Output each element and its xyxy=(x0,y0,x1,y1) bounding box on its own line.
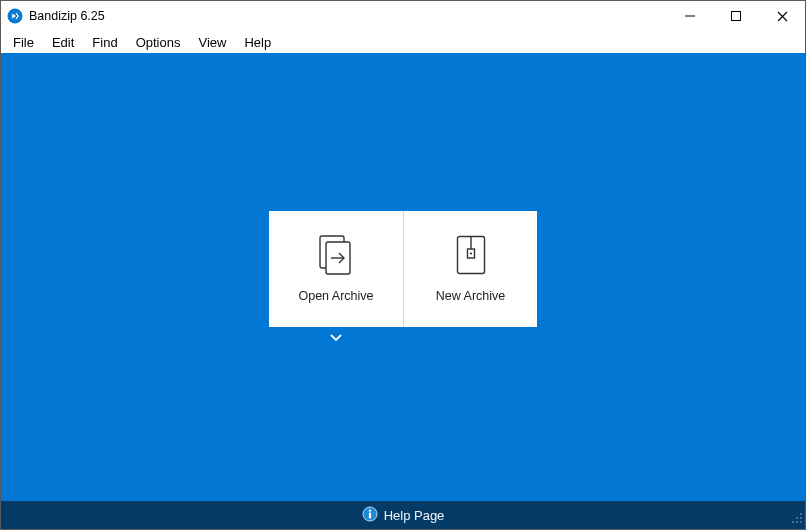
window-controls xyxy=(667,1,805,31)
minimize-button[interactable] xyxy=(667,1,713,31)
maximize-button[interactable] xyxy=(713,1,759,31)
menu-help[interactable]: Help xyxy=(236,33,279,52)
menu-edit[interactable]: Edit xyxy=(44,33,82,52)
resize-grip-icon[interactable] xyxy=(791,512,803,527)
svg-rect-2 xyxy=(732,12,741,21)
titlebar: Bandizip 6.25 xyxy=(1,1,805,31)
svg-point-16 xyxy=(796,517,798,519)
svg-rect-14 xyxy=(369,512,371,518)
menu-find[interactable]: Find xyxy=(84,33,125,52)
action-cards: Open Archive New Archive xyxy=(269,211,537,327)
svg-point-13 xyxy=(368,509,370,511)
help-page-label: Help Page xyxy=(384,508,445,523)
new-archive-icon xyxy=(456,235,486,275)
open-archive-label: Open Archive xyxy=(298,289,373,303)
open-archive-dropdown[interactable] xyxy=(269,333,403,343)
svg-point-18 xyxy=(792,521,794,523)
content-area: Open Archive New Archive xyxy=(1,53,805,501)
app-title: Bandizip 6.25 xyxy=(29,9,105,23)
info-icon xyxy=(362,506,378,525)
chevron-down-icon xyxy=(329,333,343,343)
statusbar: Help Page xyxy=(1,501,805,529)
menu-options[interactable]: Options xyxy=(128,33,189,52)
svg-point-20 xyxy=(800,521,802,523)
close-button[interactable] xyxy=(759,1,805,31)
open-archive-button[interactable]: Open Archive xyxy=(269,211,403,327)
svg-point-11 xyxy=(469,252,471,254)
menubar: File Edit Find Options View Help xyxy=(1,31,805,53)
new-archive-label: New Archive xyxy=(436,289,505,303)
svg-point-19 xyxy=(796,521,798,523)
app-icon xyxy=(7,8,23,24)
svg-point-17 xyxy=(800,517,802,519)
cards-wrap: Open Archive New Archive xyxy=(269,211,537,343)
svg-point-15 xyxy=(800,513,802,515)
new-archive-button[interactable]: New Archive xyxy=(403,211,537,327)
help-page-link[interactable]: Help Page xyxy=(362,506,445,525)
app-window: Bandizip 6.25 File Edit Find Options Vie… xyxy=(0,0,806,530)
menu-file[interactable]: File xyxy=(5,33,42,52)
open-archive-icon xyxy=(319,235,353,275)
menu-view[interactable]: View xyxy=(190,33,234,52)
